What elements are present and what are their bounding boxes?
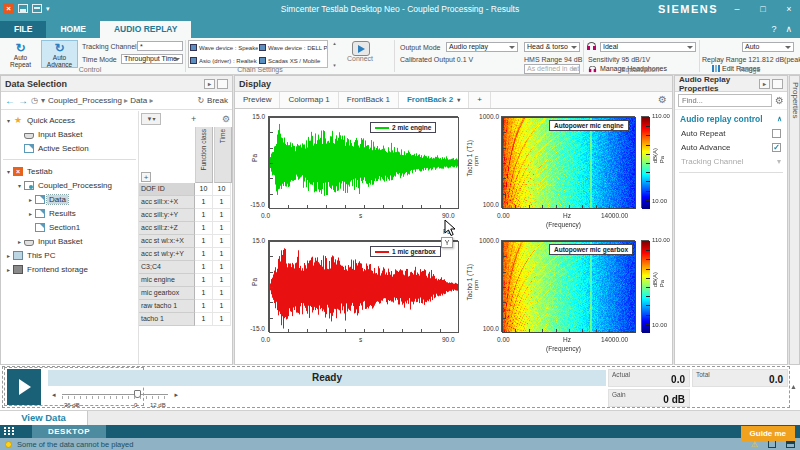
data-defined-combo[interactable]: As defined in data: [524, 64, 580, 74]
add-column-icon[interactable]: +: [191, 114, 196, 124]
display-tab-frontback-1[interactable]: FrontBack 1: [339, 92, 399, 108]
guide-me-button[interactable]: Guide me: [741, 426, 795, 441]
windows-icon[interactable]: [786, 441, 795, 448]
display-tab-frontback-2[interactable]: FrontBack 2▾: [399, 92, 469, 108]
auto-advance-button[interactable]: ↻ Auto Advance: [41, 40, 78, 68]
play-button[interactable]: [7, 369, 41, 405]
back-icon[interactable]: ←: [5, 95, 15, 106]
table-row[interactable]: acc sill:y:+Y11: [139, 209, 232, 222]
chain-device-item[interactable]: Wave device : Speakers (..: [189, 41, 258, 54]
props-float-icon[interactable]: ▸: [759, 79, 770, 89]
table-row[interactable]: DOF ID1010: [139, 183, 232, 196]
table-row[interactable]: acc st wl:x:+X11: [139, 235, 232, 248]
column-header-time[interactable]: Time: [214, 127, 232, 183]
tab-caret-icon[interactable]: ▾: [457, 97, 460, 103]
collapse-ribbon-icon[interactable]: ∧: [785, 24, 792, 34]
add-display-tab[interactable]: +: [469, 92, 491, 108]
tree-item-this-pc[interactable]: ▸This PC: [1, 248, 138, 262]
breadcrumb-segment[interactable]: Coupled_Processing: [48, 96, 122, 105]
table-row[interactable]: raw tacho 111: [139, 300, 232, 313]
tree-expander-icon[interactable]: ▸: [4, 266, 13, 273]
connect-button[interactable]: Connect: [340, 55, 380, 62]
help-icon[interactable]: ?: [771, 24, 776, 34]
tracking-channel-input[interactable]: *: [137, 41, 183, 51]
tree-expander-icon[interactable]: ▸: [26, 196, 35, 203]
tab-home[interactable]: HOME: [46, 21, 100, 38]
audio-replay-control-section[interactable]: Audio replay control ∧: [675, 110, 787, 126]
tab-file[interactable]: FILE: [0, 21, 46, 38]
maximize-button[interactable]: □: [756, 4, 770, 14]
tree-item-input-basket[interactable]: Input Basket: [1, 127, 138, 141]
auto-repeat-button[interactable]: ↻ Auto Repeat: [2, 40, 39, 68]
table-row[interactable]: acc st wl:y:+Y11: [139, 248, 232, 261]
connect-icon[interactable]: [352, 41, 370, 56]
floating-y-axis-button[interactable]: Y: [441, 237, 453, 248]
filter-icon[interactable]: ▼▾: [141, 113, 161, 125]
table-row[interactable]: mic engine11: [139, 274, 232, 287]
chain-device-item[interactable]: Wave device : DELL P221..: [258, 41, 327, 54]
section-switch-icon[interactable]: ▾: [41, 96, 45, 105]
equalization-preset-combo[interactable]: Ideal: [600, 42, 696, 52]
display-tab-preview[interactable]: Preview: [235, 92, 280, 108]
table-row[interactable]: acc sill:x:+X11: [139, 196, 232, 209]
collapse-replay-icon[interactable]: ▲: [790, 383, 797, 390]
tab-audio-replay[interactable]: AUDIO REPLAY: [100, 21, 191, 38]
tree-item-coupled-processing[interactable]: ▾Coupled_Processing: [1, 178, 138, 192]
table-row[interactable]: tacho 111: [139, 313, 232, 326]
table-row[interactable]: mic gearbox11: [139, 287, 232, 300]
save-icon[interactable]: [18, 4, 28, 13]
slider-left-icon[interactable]: ◂: [52, 391, 56, 399]
slider-track[interactable]: [62, 394, 168, 395]
table-settings-gear-icon[interactable]: ⚙: [222, 114, 230, 124]
tree-expander-icon[interactable]: ▾: [15, 182, 24, 189]
property-tracking-channel[interactable]: Tracking Channel▾: [675, 154, 787, 168]
tree-item-input-basket[interactable]: ▸Input Basket: [1, 234, 138, 248]
checkbox[interactable]: [772, 129, 781, 138]
display-settings-gear-icon[interactable]: ⚙: [653, 92, 672, 108]
tab-view-data[interactable]: View Data: [0, 411, 88, 425]
trash-icon[interactable]: [768, 440, 776, 448]
tree-item-data[interactable]: ▸Data: [1, 192, 138, 206]
slider-handle[interactable]: [134, 390, 141, 398]
breadcrumb-segment[interactable]: Data: [130, 96, 147, 105]
scroll-down-icon[interactable]: ▾: [330, 62, 339, 68]
properties-gear-icon[interactable]: ⚙: [775, 95, 784, 106]
hats-combo[interactable]: Head & torso: [524, 42, 580, 52]
close-button[interactable]: ×: [782, 4, 796, 14]
print-icon[interactable]: [32, 4, 42, 13]
tree-expander-icon[interactable]: ▸: [4, 252, 13, 259]
tree-item-testlab[interactable]: ▾×Testlab: [1, 164, 138, 178]
property-auto-repeat[interactable]: Auto Repeat: [675, 126, 787, 140]
forward-icon[interactable]: →: [18, 95, 28, 106]
property-auto-advance[interactable]: Auto Advance✓: [675, 140, 787, 154]
add-row-icon[interactable]: +: [141, 172, 151, 182]
range-mode-combo[interactable]: Auto: [742, 42, 794, 52]
minimize-button[interactable]: –: [730, 4, 744, 14]
tree-item-quick-access[interactable]: ▾★Quick Access: [1, 113, 138, 127]
gain-slider[interactable]: ◂ ▸ -36 dB 0 12 dB: [52, 390, 178, 401]
dropdown-caret-icon[interactable]: ▾: [777, 157, 781, 166]
section-collapse-icon[interactable]: ∧: [777, 115, 782, 123]
breadcrumb[interactable]: Coupled_Processing ▸ Data ▸: [48, 96, 153, 105]
scroll-up-icon[interactable]: ▴: [330, 40, 339, 46]
history-icon[interactable]: ◷: [31, 96, 38, 105]
tree-expander-icon[interactable]: ▾: [4, 168, 13, 175]
quick-access-caret-icon[interactable]: ▾: [46, 4, 50, 13]
panel-maximize-icon[interactable]: [217, 79, 228, 89]
tab-properties-vertical[interactable]: Properties: [791, 82, 800, 118]
tree-item-active-section[interactable]: Active Section: [1, 141, 138, 155]
table-row[interactable]: C3;C411: [139, 261, 232, 274]
slider-right-icon[interactable]: ▸: [174, 391, 178, 399]
chain-scrollbar[interactable]: ▴ ▾: [330, 40, 339, 68]
chain-settings-list[interactable]: Wave device : Speakers (..Wave device : …: [188, 40, 328, 68]
checkbox[interactable]: ✓: [772, 143, 781, 152]
apps-grid-icon[interactable]: [4, 427, 24, 436]
tree-expander-icon[interactable]: ▾: [4, 117, 13, 124]
props-maximize-icon[interactable]: [772, 79, 783, 89]
panel-float-icon[interactable]: ▸: [204, 79, 215, 89]
taskbar-tab-desktop[interactable]: DESKTOP: [32, 425, 106, 438]
time-mode-combo[interactable]: Throughput Time: [121, 54, 183, 64]
table-row[interactable]: acc sill:z:+Z11: [139, 222, 232, 235]
tree-expander-icon[interactable]: ▸: [15, 238, 24, 245]
tree-item-results[interactable]: ▸Results: [1, 206, 138, 220]
